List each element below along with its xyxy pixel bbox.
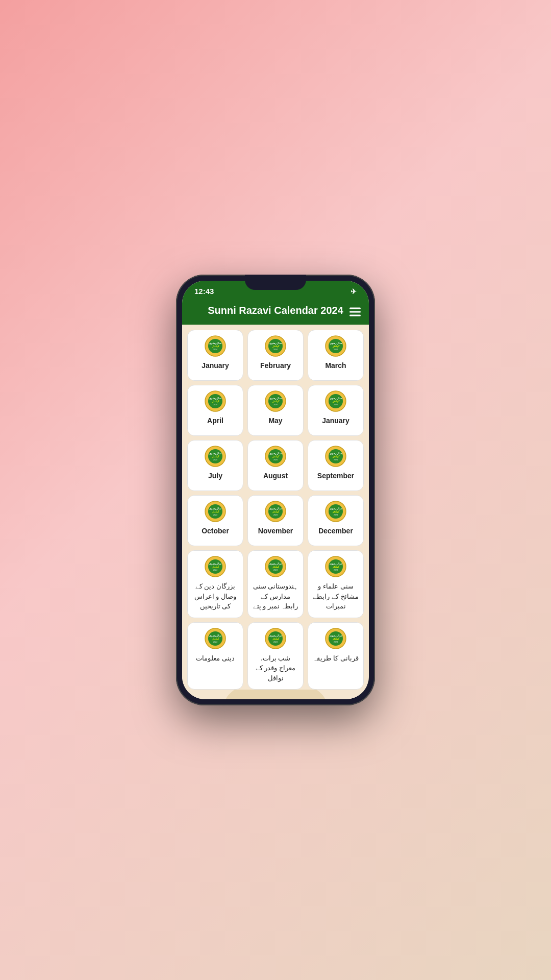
cell-january[interactable]: سال رضوی کیلنڈر 2024 January: [187, 330, 243, 381]
label-april: April: [207, 416, 223, 425]
logo-november: سال رضوی کیلنڈر 2024: [265, 501, 286, 522]
svg-text:2024: 2024: [213, 404, 217, 406]
logo-june: سال رضوی کیلنڈر 2024: [325, 390, 346, 412]
logo-january: سال رضوی کیلنڈر 2024: [205, 335, 226, 357]
svg-text:کیلنڈر: کیلنڈر: [272, 565, 280, 569]
svg-text:2024: 2024: [334, 349, 338, 351]
app-header: Sunni Razavi Calendar 2024: [182, 299, 369, 325]
label-march: March: [325, 361, 346, 370]
label-february: February: [260, 361, 291, 370]
cell-april[interactable]: سال رضوی کیلنڈر 2024 April: [187, 385, 243, 436]
phone-frame: 12:43 ✈ Sunni Razavi Calendar 2024: [176, 275, 375, 705]
svg-text:2024: 2024: [273, 569, 278, 571]
label-january: January: [202, 361, 229, 370]
svg-text:2024: 2024: [273, 641, 278, 643]
svg-text:2024: 2024: [334, 641, 338, 643]
cell-ulama[interactable]: سال رضوی کیلنڈر 2024 سنی علماء و مشائخ ک…: [308, 550, 364, 618]
svg-text:کیلنڈر: کیلنڈر: [332, 400, 340, 403]
label-august: August: [263, 471, 288, 480]
logo-ulama: سال رضوی کیلنڈر 2024: [325, 556, 346, 577]
logo-february: سال رضوی کیلنڈر 2024: [265, 335, 286, 357]
label-shab: شب برات، معراج وقدر کے نوافل: [252, 653, 299, 683]
label-ulama: سنی علماء و مشائخ کے رابطے نمبرات: [312, 581, 359, 611]
svg-text:2024: 2024: [213, 459, 217, 461]
svg-text:کیلنڈر: کیلنڈر: [272, 455, 280, 458]
svg-text:2024: 2024: [273, 349, 278, 351]
svg-text:2024: 2024: [334, 404, 338, 406]
cell-july[interactable]: سال رضوی کیلنڈر 2024 July: [187, 440, 243, 491]
label-deeni: دینی معلومات: [196, 653, 235, 664]
cell-september[interactable]: سال رضوی کیلنڈر 2024 September: [308, 440, 364, 491]
label-june: January: [322, 416, 349, 425]
svg-text:کیلنڈر: کیلنڈر: [332, 637, 340, 641]
cell-november[interactable]: سال رضوی کیلنڈر 2024 November: [247, 495, 304, 546]
svg-text:کیلنڈر: کیلنڈر: [332, 455, 340, 458]
cell-june[interactable]: سال رضوی کیلنڈر 2024 January: [308, 385, 364, 436]
label-november: November: [258, 526, 293, 535]
app-title: Sunni Razavi Calendar 2024: [208, 305, 343, 316]
svg-text:2024: 2024: [334, 514, 338, 516]
airplane-icon: ✈: [350, 287, 357, 296]
logo-april: سال رضوی کیلنڈر 2024: [205, 390, 226, 412]
label-july: July: [208, 471, 222, 480]
logo-hindustan: سال رضوی کیلنڈر 2024: [265, 556, 286, 577]
status-icons: ✈: [350, 287, 357, 296]
svg-text:2024: 2024: [213, 569, 217, 571]
cell-october[interactable]: سال رضوی کیلنڈر 2024 October: [187, 495, 243, 546]
cell-qurbani[interactable]: سال رضوی کیلنڈر 2024 قربانی کا طریقہ: [308, 622, 364, 690]
logo-march: سال رضوی کیلنڈر 2024: [325, 335, 346, 357]
svg-text:کیلنڈر: کیلنڈر: [212, 345, 219, 348]
logo-september: سال رضوی کیلنڈر 2024: [325, 446, 346, 467]
svg-text:کیلنڈر: کیلنڈر: [212, 637, 219, 641]
logo-may: سال رضوی کیلنڈر 2024: [265, 390, 286, 412]
svg-text:کیلنڈر: کیلنڈر: [332, 565, 340, 569]
svg-text:2024: 2024: [213, 641, 217, 643]
logo-october: سال رضوی کیلنڈر 2024: [205, 501, 226, 522]
cell-december[interactable]: سال رضوی کیلنڈر 2024 December: [308, 495, 364, 546]
svg-text:2024: 2024: [334, 459, 338, 461]
svg-text:کیلنڈر: کیلنڈر: [212, 455, 219, 458]
cell-august[interactable]: سال رضوی کیلنڈر 2024 August: [247, 440, 304, 491]
main-content: سال رضوی کیلنڈر 2024 January سال رضوی: [182, 325, 369, 699]
months-grid: سال رضوی کیلنڈر 2024 January سال رضوی: [187, 330, 364, 690]
label-qurbani: قربانی کا طریقہ: [313, 653, 358, 664]
svg-text:کیلنڈر: کیلنڈر: [272, 345, 280, 348]
svg-text:2024: 2024: [334, 569, 338, 571]
svg-text:کیلنڈر: کیلنڈر: [272, 510, 280, 513]
label-hindustan: ہندوستانی سنی مدارس کے رابطہ نمبر و پتے: [252, 581, 299, 611]
logo-july: سال رضوی کیلنڈر 2024: [205, 446, 226, 467]
label-october: October: [202, 526, 229, 535]
logo-august: سال رضوی کیلنڈر 2024: [265, 446, 286, 467]
label-september: September: [317, 471, 354, 480]
svg-text:کیلنڈر: کیلنڈر: [212, 400, 219, 403]
cell-may[interactable]: سال رضوی کیلنڈر 2024 May: [247, 385, 304, 436]
cell-buzurgan[interactable]: سال رضوی کیلنڈر 2024 بزرگان دین کے وصال …: [187, 550, 243, 618]
svg-text:کیلنڈر: کیلنڈر: [212, 510, 219, 513]
svg-text:کیلنڈر: کیلنڈر: [272, 637, 280, 641]
logo-qurbani: سال رضوی کیلنڈر 2024: [325, 628, 346, 649]
label-may: May: [268, 416, 282, 425]
logo-deeni: سال رضوی کیلنڈر 2024: [205, 628, 226, 649]
cell-shab[interactable]: سال رضوی کیلنڈر 2024 شب برات، معراج وقدر…: [247, 622, 304, 690]
label-buzurgan: بزرگان دین کے وصال و اعراس کی تاریخیں: [192, 581, 239, 611]
cell-deeni[interactable]: سال رضوی کیلنڈر 2024 دینی معلومات: [187, 622, 243, 690]
svg-text:کیلنڈر: کیلنڈر: [272, 400, 280, 403]
svg-text:کیلنڈر: کیلنڈر: [212, 565, 219, 569]
logo-shab: سال رضوی کیلنڈر 2024: [265, 628, 286, 649]
cell-hindustan[interactable]: سال رضوی کیلنڈر 2024 ہندوستانی سنی مدارس…: [247, 550, 304, 618]
label-december: December: [318, 526, 353, 535]
logo-december: سال رضوی کیلنڈر 2024: [325, 501, 346, 522]
cell-february[interactable]: سال رضوی کیلنڈر 2024 February: [247, 330, 304, 381]
svg-text:کیلنڈر: کیلنڈر: [332, 510, 340, 513]
status-time: 12:43: [194, 287, 214, 296]
svg-text:2024: 2024: [273, 404, 278, 406]
svg-text:کیلنڈر: کیلنڈر: [332, 345, 340, 348]
svg-text:2024: 2024: [273, 514, 278, 516]
svg-text:2024: 2024: [213, 349, 217, 351]
cell-march[interactable]: سال رضوی کیلنڈر 2024 March: [308, 330, 364, 381]
logo-buzurgan: سال رضوی کیلنڈر 2024: [205, 556, 226, 577]
svg-text:2024: 2024: [213, 514, 217, 516]
menu-button[interactable]: [349, 307, 361, 316]
phone-screen: 12:43 ✈ Sunni Razavi Calendar 2024: [182, 281, 369, 699]
bottom-decoration: [187, 690, 364, 699]
